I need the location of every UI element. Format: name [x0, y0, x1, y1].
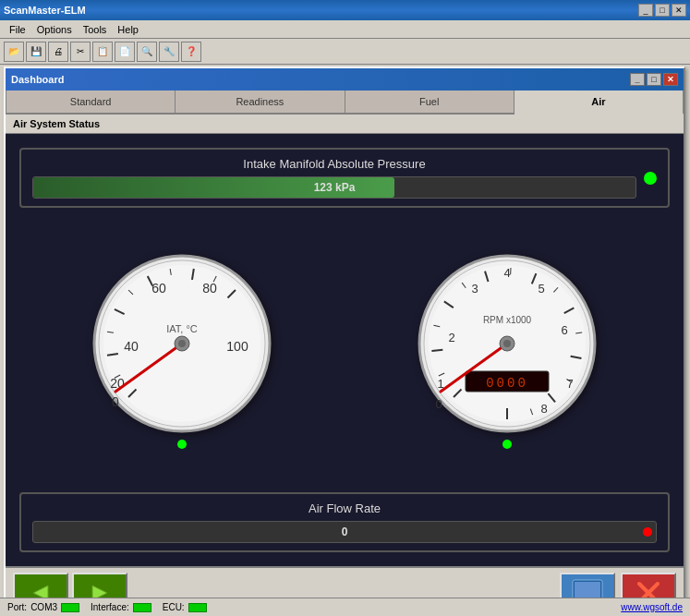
- iat-gauge-indicator: [177, 440, 187, 449]
- dash-maximize-btn[interactable]: □: [647, 73, 661, 86]
- menu-options[interactable]: Options: [31, 22, 78, 37]
- toolbar-btn-8[interactable]: 🔧: [159, 42, 179, 62]
- port-label: Port:: [7, 602, 27, 612]
- section-header: Air System Status: [6, 115, 684, 134]
- svg-text:6: 6: [561, 323, 567, 337]
- port-led: [61, 603, 79, 612]
- tab-fuel[interactable]: Fuel: [345, 91, 514, 113]
- svg-text:4: 4: [503, 266, 510, 280]
- menu-tools[interactable]: Tools: [78, 22, 113, 37]
- toolbar-btn-2[interactable]: 💾: [26, 42, 46, 62]
- menu-file[interactable]: File: [4, 22, 31, 37]
- status-ecu: ECU:: [163, 602, 207, 612]
- menu-bar: File Options Tools Help: [0, 20, 690, 39]
- tab-active-indicator: [593, 109, 604, 115]
- ecu-label: ECU:: [163, 602, 185, 612]
- status-left: Port: COM3 Interface: ECU:: [7, 602, 207, 612]
- pressure-bar-container: 123 kPa: [32, 176, 636, 199]
- svg-text:0000: 0000: [486, 376, 528, 391]
- svg-text:RPM x1000: RPM x1000: [483, 315, 532, 325]
- svg-text:IAT, °C: IAT, °C: [166, 323, 198, 334]
- toolbar-btn-1[interactable]: 📂: [4, 42, 24, 62]
- menu-help[interactable]: Help: [112, 22, 144, 37]
- svg-text:3: 3: [471, 282, 478, 296]
- dashboard-controls: _ □ ✕: [630, 73, 678, 86]
- svg-text:20: 20: [110, 376, 125, 391]
- svg-text:0: 0: [435, 397, 442, 411]
- gauges-row: 20 40 60 80 100 IAT, °C 0: [19, 219, 670, 481]
- svg-rect-63: [575, 582, 600, 598]
- airflow-bar-container: 0: [32, 521, 657, 543]
- rpm-gauge-container: 1 2 3 4 5 6 7 8 RPM x1000 0000: [415, 251, 599, 449]
- status-bar: Port: COM3 Interface: ECU: www.wgsoft.de: [0, 598, 690, 616]
- svg-text:100: 100: [226, 339, 248, 354]
- airflow-red-indicator: [643, 527, 652, 537]
- toolbar-btn-9[interactable]: ❓: [181, 42, 201, 62]
- rpm-gauge: 1 2 3 4 5 6 7 8 RPM x1000 0000: [415, 251, 599, 436]
- toolbar-btn-4[interactable]: ✂: [70, 42, 91, 62]
- dashboard-title: Dashboard: [11, 74, 64, 85]
- app-title-bar: ScanMaster-ELM _ □ ✕: [0, 0, 690, 20]
- status-interface: Interface:: [91, 602, 151, 612]
- interface-label: Interface:: [91, 602, 129, 612]
- tab-standard[interactable]: Standard: [6, 91, 176, 113]
- svg-text:5: 5: [538, 282, 544, 296]
- app-title: ScanMaster-ELM: [4, 5, 86, 16]
- ecu-led: [188, 603, 207, 612]
- svg-point-58: [503, 340, 511, 347]
- airflow-value: 0: [342, 525, 348, 538]
- svg-text:7: 7: [566, 377, 573, 391]
- airflow-label: Air Flow Rate: [32, 501, 657, 515]
- tab-air[interactable]: Air: [514, 91, 684, 115]
- dashboard-titlebar: Dashboard _ □ ✕: [6, 68, 684, 91]
- pressure-display: Intake Manifold Absolute Pressure 123 kP…: [19, 148, 670, 208]
- svg-text:2: 2: [448, 331, 454, 344]
- content-area: Intake Manifold Absolute Pressure 123 kP…: [6, 134, 684, 566]
- iat-gauge: 20 40 60 80 100 IAT, °C 0: [90, 251, 274, 436]
- svg-point-23: [178, 340, 186, 347]
- pressure-green-indicator: [644, 172, 657, 185]
- close-btn[interactable]: ✕: [672, 4, 686, 17]
- toolbar-btn-6[interactable]: 📄: [115, 42, 135, 62]
- svg-text:8: 8: [540, 402, 547, 416]
- interface-led: [133, 603, 151, 612]
- website-link[interactable]: www.wgsoft.de: [621, 602, 683, 612]
- title-controls: _ □ ✕: [638, 4, 686, 17]
- dash-minimize-btn[interactable]: _: [630, 73, 645, 86]
- minimize-btn[interactable]: _: [638, 4, 653, 17]
- airflow-display: Air Flow Rate 0: [19, 492, 670, 552]
- pressure-value: 123 kPa: [33, 181, 636, 194]
- tab-readiness[interactable]: Readiness: [176, 91, 345, 113]
- toolbar-btn-5[interactable]: 📋: [92, 42, 113, 62]
- svg-text:0: 0: [112, 394, 119, 409]
- rpm-gauge-indicator: [502, 440, 512, 449]
- svg-line-29: [431, 350, 442, 351]
- toolbar: 📂 💾 🖨 ✂ 📋 📄 🔍 🔧 ❓: [0, 39, 690, 65]
- toolbar-btn-3[interactable]: 🖨: [48, 42, 68, 62]
- svg-text:40: 40: [124, 339, 139, 354]
- dashboard-window: Dashboard _ □ ✕ Standard Readiness Fuel …: [4, 66, 685, 602]
- iat-gauge-container: 20 40 60 80 100 IAT, °C 0: [90, 251, 274, 449]
- pressure-label: Intake Manifold Absolute Pressure: [32, 157, 636, 171]
- dash-close-btn[interactable]: ✕: [663, 73, 678, 86]
- svg-text:60: 60: [151, 281, 166, 296]
- svg-text:80: 80: [202, 281, 217, 296]
- status-port: Port: COM3: [7, 602, 79, 612]
- tabs-container: Standard Readiness Fuel Air: [6, 91, 684, 115]
- toolbar-btn-7[interactable]: 🔍: [137, 42, 157, 62]
- maximize-btn[interactable]: □: [655, 4, 670, 17]
- port-value: COM3: [30, 602, 57, 612]
